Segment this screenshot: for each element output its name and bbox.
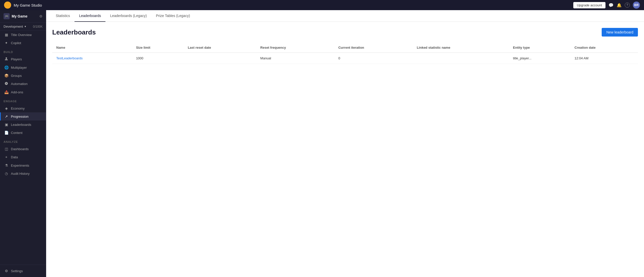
sidebar-item-label: Automation: [11, 82, 28, 86]
cell-linked-statistic-name: [413, 53, 509, 64]
tabs-bar: Statistics Leaderboards Leaderboards (Le…: [46, 10, 644, 22]
sidebar-item-label: Players: [11, 57, 22, 61]
sidebar-item-leaderboards[interactable]: ▣ Leaderboards: [0, 120, 46, 129]
chevron-down-icon: ▾: [25, 25, 26, 28]
sidebar-item-content[interactable]: 📄 Content: [0, 129, 46, 137]
multiplayer-icon: 🌐: [4, 65, 8, 70]
sidebar-bottom: ⚙ Settings: [0, 265, 46, 277]
cell-last-reset-date: [184, 53, 256, 64]
sidebar-item-copilot[interactable]: ✦ Copilot: [0, 39, 46, 47]
col-size-limit: Size limit: [132, 43, 184, 53]
sidebar-item-economy[interactable]: ◈ Economy: [0, 104, 46, 112]
sidebar-item-automation[interactable]: Automation: [0, 80, 46, 88]
sidebar-item-label: Settings: [11, 269, 23, 273]
cell-size-limit: 1000: [132, 53, 184, 64]
col-creation-date: Creation date: [571, 43, 638, 53]
cell-current-iteration: 0: [334, 53, 413, 64]
col-reset-frequency: Reset frequency: [256, 43, 334, 53]
sidebar-item-groups[interactable]: 📦 Groups: [0, 72, 46, 80]
table-row[interactable]: TestLeaderboards 1000 Manual 0 title_pla…: [52, 53, 638, 64]
project-icon: 🎮: [4, 13, 10, 19]
section-label-engage: ENGAGE: [0, 96, 46, 104]
page-content: Leaderboards New leaderboard Name Size l…: [46, 22, 644, 277]
avatar[interactable]: BR: [633, 2, 640, 9]
section-label-build: BUILD: [0, 47, 46, 55]
settings-gear-icon[interactable]: ⚙: [39, 14, 43, 18]
topbar-left: My Game Studio: [4, 2, 42, 9]
settings-icon: ⚙: [4, 269, 8, 273]
data-icon: ⌖: [4, 155, 8, 159]
title-overview-icon: ▦: [4, 33, 8, 37]
sidebar-project: 🎮 My Game: [4, 13, 27, 19]
tab-statistics[interactable]: Statistics: [51, 10, 75, 22]
env-limit: 0/100K: [33, 25, 43, 28]
page-title: Leaderboards: [52, 28, 96, 36]
sidebar-item-label: Leaderboards: [11, 123, 31, 127]
cell-creation-date: 12:04 AM: [571, 53, 638, 64]
table-header-row: Name Size limit Last reset date Reset fr…: [52, 43, 638, 53]
topbar-title: My Game Studio: [14, 3, 42, 7]
col-last-reset-date: Last reset date: [184, 43, 256, 53]
sidebar-item-label: Content: [11, 131, 23, 135]
cell-name[interactable]: TestLeaderboards: [52, 53, 132, 64]
section-label-analyze: ANALYZE: [0, 137, 46, 145]
cell-reset-frequency: Manual: [256, 53, 334, 64]
sidebar-item-label: Title Overview: [11, 33, 32, 37]
sidebar-item-audit-history[interactable]: ◷ Audit History: [0, 169, 46, 178]
sidebar-item-settings[interactable]: ⚙ Settings: [0, 267, 46, 275]
addons-icon: 📤: [4, 90, 8, 94]
sidebar-item-players[interactable]: Players: [0, 55, 46, 63]
env-name-text: Development: [4, 25, 23, 28]
table-body: TestLeaderboards 1000 Manual 0 title_pla…: [52, 53, 638, 64]
sidebar-item-label: Groups: [11, 74, 22, 78]
economy-icon: ◈: [4, 106, 8, 110]
sidebar-header: 🎮 My Game ⚙: [0, 10, 46, 23]
topbar: My Game Studio Upgrade account 💬 🔔 ? BR: [0, 0, 644, 10]
sidebar-item-label: Experiments: [11, 164, 29, 167]
main-layout: 🎮 My Game ⚙ Development ▾ 0/100K ▦ Title…: [0, 10, 644, 277]
page-header: Leaderboards New leaderboard: [52, 28, 638, 37]
tab-leaderboards-legacy[interactable]: Leaderboards (Legacy): [105, 10, 151, 22]
experiments-icon: ⚗: [4, 163, 8, 167]
cell-entity-type: title_player...: [509, 53, 571, 64]
sidebar-item-label: Progression: [11, 115, 28, 118]
content-icon: 📄: [4, 131, 8, 135]
sidebar-item-label: Copilot: [11, 41, 21, 45]
message-icon[interactable]: 💬: [609, 3, 614, 8]
sidebar-item-label: Add-ons: [11, 90, 23, 94]
sidebar: 🎮 My Game ⚙ Development ▾ 0/100K ▦ Title…: [0, 10, 46, 277]
col-entity-type: Entity type: [509, 43, 571, 53]
app-logo: [4, 2, 11, 9]
sidebar-item-data[interactable]: ⌖ Data: [0, 153, 46, 161]
env-selector[interactable]: Development ▾ 0/100K: [0, 23, 46, 31]
sidebar-item-progression[interactable]: ↗ Progression: [0, 112, 46, 120]
col-current-iteration: Current iteration: [334, 43, 413, 53]
col-linked-statistic-name: Linked statistic name: [413, 43, 509, 53]
table-header: Name Size limit Last reset date Reset fr…: [52, 43, 638, 53]
sidebar-item-addons[interactable]: 📤 Add-ons: [0, 88, 46, 96]
sidebar-item-label: Data: [11, 155, 18, 159]
content-area: Statistics Leaderboards Leaderboards (Le…: [46, 10, 644, 277]
tab-leaderboards[interactable]: Leaderboards: [75, 10, 105, 22]
bell-icon[interactable]: 🔔: [617, 3, 622, 8]
players-icon: [4, 57, 8, 61]
sidebar-item-label: Multiplayer: [11, 66, 27, 70]
sidebar-item-dashboards[interactable]: ◫ Dashboards: [0, 145, 46, 153]
sidebar-item-multiplayer[interactable]: 🌐 Multiplayer: [0, 63, 46, 72]
env-name[interactable]: Development ▾: [4, 25, 26, 28]
leaderboards-icon: ▣: [4, 123, 8, 127]
tab-prize-tables-legacy[interactable]: Prize Tables (Legacy): [151, 10, 194, 22]
help-icon[interactable]: ?: [625, 3, 630, 8]
sidebar-item-title-overview[interactable]: ▦ Title Overview: [0, 31, 46, 39]
new-leaderboard-button[interactable]: New leaderboard: [602, 28, 638, 37]
sidebar-item-label: Audit History: [11, 172, 30, 176]
col-name: Name: [52, 43, 132, 53]
upgrade-button[interactable]: Upgrade account: [573, 2, 605, 8]
sidebar-project-name: My Game: [12, 14, 27, 18]
sidebar-item-experiments[interactable]: ⚗ Experiments: [0, 161, 46, 169]
sidebar-item-label: Economy: [11, 107, 25, 110]
groups-icon: 📦: [4, 74, 8, 78]
table-container: Name Size limit Last reset date Reset fr…: [52, 43, 638, 64]
audit-history-icon: ◷: [4, 171, 8, 176]
automation-icon: [4, 82, 8, 86]
